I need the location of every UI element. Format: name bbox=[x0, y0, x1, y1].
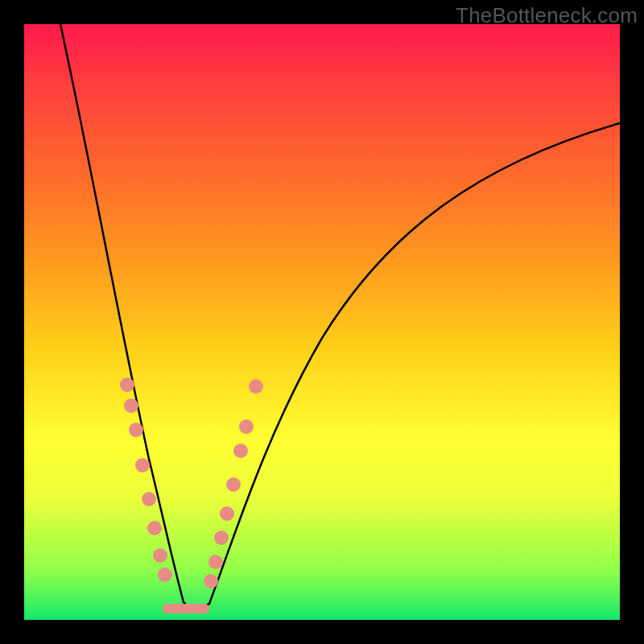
curve-left-branch bbox=[60, 24, 184, 602]
svg-point-4 bbox=[142, 492, 156, 506]
bottleneck-curve bbox=[24, 24, 620, 620]
svg-point-13 bbox=[233, 444, 248, 458]
svg-point-1 bbox=[124, 398, 138, 413]
chart-plot-area bbox=[24, 24, 620, 620]
svg-point-12 bbox=[226, 477, 241, 492]
svg-point-14 bbox=[239, 419, 254, 434]
svg-point-2 bbox=[129, 423, 143, 437]
svg-point-15 bbox=[249, 379, 263, 394]
left-marker-cluster bbox=[120, 378, 172, 582]
svg-point-9 bbox=[208, 555, 223, 569]
svg-point-11 bbox=[220, 506, 234, 521]
svg-point-8 bbox=[204, 574, 218, 588]
svg-point-5 bbox=[147, 521, 162, 535]
svg-point-6 bbox=[153, 548, 167, 563]
svg-point-0 bbox=[120, 378, 134, 392]
curve-right-branch bbox=[209, 123, 620, 604]
svg-point-7 bbox=[158, 568, 172, 582]
svg-point-10 bbox=[214, 530, 229, 545]
svg-point-3 bbox=[135, 458, 150, 473]
